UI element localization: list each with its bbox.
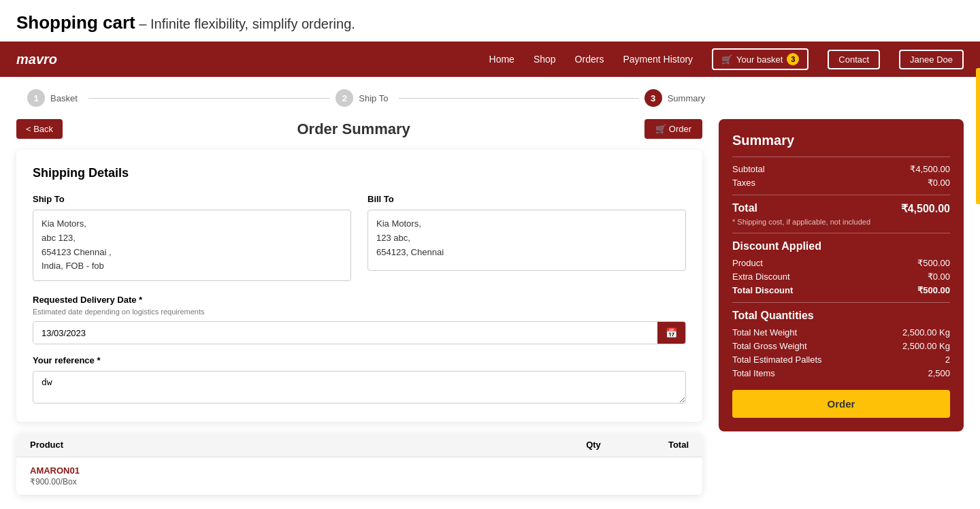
ship-to-section: Ship To Kia Motors,abc 123,654123 Chenna…: [33, 194, 351, 281]
discount-section-heading: Discount Applied: [732, 240, 950, 252]
product-table-header: Product Qty Total: [16, 433, 702, 457]
total-items-value: 2,500: [928, 368, 950, 378]
product-discount-row: Product ₹500.00: [732, 258, 950, 268]
gross-weight-row: Total Gross Weight 2,500.00 Kg: [732, 341, 950, 351]
summary-divider-4: [732, 302, 950, 303]
bill-to-label: Bill To: [368, 194, 686, 204]
stepper: 1 Basket 2 Ship To 3 Summary: [0, 77, 980, 119]
net-weight-label: Total Net Weight: [732, 327, 797, 338]
total-discount-value: ₹500.00: [917, 285, 950, 295]
ship-to-label: Ship To: [33, 194, 351, 204]
page-title-sub: – Infinite flexibility, simplify orderin…: [135, 16, 355, 31]
page-header: Shopping cart – Infinite flexibility, si…: [0, 0, 980, 42]
reference-input[interactable]: dw: [33, 371, 686, 404]
bill-to-section: Bill To Kia Motors,123 abc,654123, Chenn…: [368, 194, 686, 281]
step-label-shipto: Ship To: [359, 93, 388, 103]
estimated-pallets-value: 2: [945, 355, 950, 365]
order-summary-title: Order Summary: [297, 120, 410, 138]
estimated-pallets-label: Total Estimated Pallets: [732, 355, 822, 365]
subtotal-row: Subtotal ₹4,500.00: [732, 164, 950, 174]
estimated-pallets-row: Total Estimated Pallets 2: [732, 355, 950, 365]
step-line-2: [399, 98, 638, 99]
extra-discount-label: Extra Discount: [732, 272, 790, 282]
taxes-row: Taxes ₹0.00: [732, 178, 950, 188]
step-summary: 3 Summary: [644, 89, 953, 107]
total-discount-label: Total Discount: [732, 285, 793, 295]
basket-label: Your basket: [736, 54, 783, 65]
main-content: < Back Order Summary 🛒 Order Shipping De…: [0, 119, 980, 509]
left-panel: < Back Order Summary 🛒 Order Shipping De…: [16, 119, 702, 495]
reference-row: Your reference * dw: [33, 355, 686, 406]
step-line-1: [88, 98, 331, 99]
product-table-card: Product Qty Total AMARON01 ₹900.00/Box: [16, 433, 702, 495]
basket-count: 3: [787, 53, 799, 65]
net-weight-row: Total Net Weight 2,500.00 Kg: [732, 327, 950, 338]
yellow-accent-bar: [976, 68, 980, 204]
bill-to-address: Kia Motors,123 abc,654123, Chennai: [368, 210, 686, 271]
calendar-button[interactable]: 📅: [657, 322, 685, 344]
summary-divider-1: [732, 157, 950, 157]
total-discount-row: Total Discount ₹500.00: [732, 285, 950, 295]
delivery-date-input[interactable]: [33, 323, 657, 344]
step-shipto: 2 Ship To: [336, 89, 644, 107]
total-items-label: Total Items: [732, 368, 775, 378]
delivery-date-row: Requested Delivery Date * Estimated date…: [33, 295, 686, 344]
product-discount-value: ₹500.00: [917, 258, 950, 268]
reference-label: Your reference *: [33, 355, 686, 365]
step-circle-1: 1: [27, 89, 45, 107]
total-value: ₹4,500.00: [901, 202, 950, 215]
taxes-label: Taxes: [732, 178, 755, 188]
nav-home[interactable]: Home: [489, 54, 514, 65]
shipping-note: * Shipping cost, if applicable, not incl…: [732, 218, 950, 226]
navbar-links: Home Shop Orders Payment History 🛒 Your …: [489, 48, 964, 70]
total-items-row: Total Items 2,500: [732, 368, 950, 378]
shipping-details-card: Shipping Details Ship To Kia Motors,abc …: [16, 150, 702, 422]
nav-orders[interactable]: Orders: [575, 54, 604, 65]
user-button[interactable]: Janee Doe: [899, 50, 964, 69]
quantities-section-heading: Total Quantities: [732, 310, 950, 322]
summary-title: Summary: [732, 133, 950, 148]
step-label-summary: Summary: [668, 93, 706, 103]
net-weight-value: 2,500.00 Kg: [902, 327, 950, 338]
right-panel: Summary Subtotal ₹4,500.00 Taxes ₹0.00 T…: [719, 119, 964, 495]
total-label: Total: [732, 202, 757, 215]
contact-button[interactable]: Contact: [828, 50, 880, 69]
gross-weight-value: 2,500.00 Kg: [902, 341, 950, 351]
subtotal-value: ₹4,500.00: [910, 164, 950, 174]
summary-divider-3: [732, 233, 950, 233]
back-button[interactable]: < Back: [16, 119, 63, 139]
step-circle-3: 3: [644, 89, 662, 107]
col-header-qty: Qty: [566, 440, 621, 450]
delivery-date-label: Requested Delivery Date *: [33, 295, 686, 305]
gross-weight-label: Total Gross Weight: [732, 341, 807, 351]
total-row: Total ₹4,500.00: [732, 202, 950, 215]
summary-divider-2: [732, 195, 950, 195]
navbar: mavro Home Shop Orders Payment History 🛒…: [0, 42, 980, 77]
ship-to-address: Kia Motors,abc 123,654123 Chennai ,India…: [33, 210, 351, 281]
nav-payment-history[interactable]: Payment History: [623, 54, 693, 65]
ship-bill-row: Ship To Kia Motors,abc 123,654123 Chenna…: [33, 194, 686, 281]
col-header-total: Total: [621, 440, 689, 450]
product-price: ₹900.00/Box: [30, 477, 689, 487]
step-basket: 1 Basket: [27, 89, 336, 107]
basket-button[interactable]: 🛒 Your basket 3: [712, 48, 808, 70]
table-row: AMARON01 ₹900.00/Box: [16, 457, 702, 495]
product-name: AMARON01: [30, 465, 689, 476]
summary-card: Summary Subtotal ₹4,500.00 Taxes ₹0.00 T…: [719, 119, 964, 431]
order-yellow-button[interactable]: Order: [732, 390, 950, 418]
action-bar: < Back Order Summary 🛒 Order: [16, 119, 702, 139]
step-label-basket: Basket: [50, 93, 78, 103]
date-input-wrap: 📅: [33, 321, 686, 344]
delivery-hint: Estimated date depending on logistics re…: [33, 308, 686, 316]
page-title-bold: Shopping cart: [16, 12, 135, 33]
shipping-section-title: Shipping Details: [33, 166, 686, 180]
navbar-logo: mavro: [16, 52, 57, 67]
product-discount-label: Product: [732, 258, 763, 268]
step-circle-2: 2: [336, 89, 353, 107]
col-header-product: Product: [30, 440, 566, 450]
nav-shop[interactable]: Shop: [534, 54, 556, 65]
taxes-value: ₹0.00: [928, 178, 950, 188]
order-button-top[interactable]: 🛒 Order: [644, 119, 702, 139]
extra-discount-value: ₹0.00: [928, 272, 950, 282]
subtotal-label: Subtotal: [732, 164, 765, 174]
